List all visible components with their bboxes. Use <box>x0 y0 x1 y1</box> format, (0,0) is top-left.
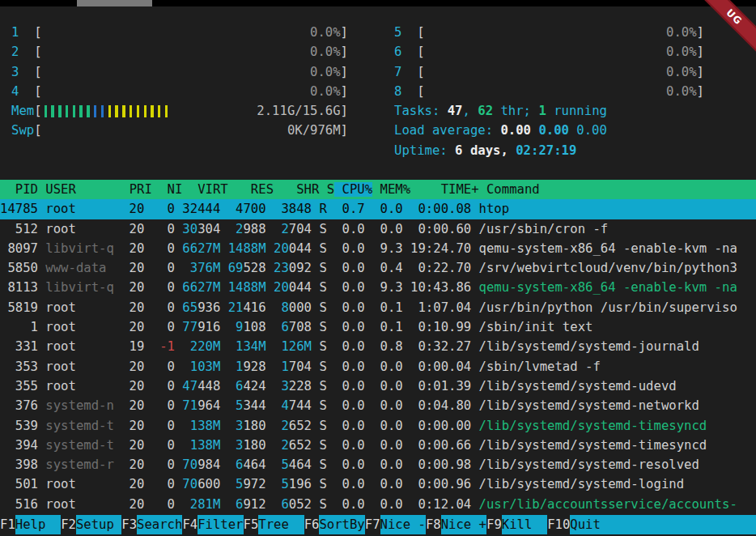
process-row[interactable]: 376 systemd-n 20 0 71964 5344 4744 S 0.0… <box>0 396 756 415</box>
process-row[interactable]: 1 root 20 0 77916 9108 6708 S 0.0 0.1 0:… <box>0 317 756 337</box>
col-shr-suffix: 704 <box>289 359 312 374</box>
column-header-pid[interactable]: PID <box>0 182 38 197</box>
col-shr-prefix: 20 <box>274 241 289 256</box>
col-mem: 0.0 <box>372 477 403 491</box>
col-user: root <box>45 320 121 334</box>
column-header-virt[interactable]: VIRT <box>190 182 228 197</box>
process-row[interactable]: 8113 libvirt-q 20 0 6627M 1488M 20044 S … <box>0 278 756 297</box>
process-row[interactable]: 398 systemd-r 20 0 70984 6464 5464 S 0.0… <box>0 455 756 474</box>
fnkey-label: F1 <box>0 515 15 534</box>
col-state: S <box>319 398 326 413</box>
process-row[interactable]: 5850 www-data 20 0 376M 69528 23092 S 0.… <box>0 258 756 278</box>
uptime-segment: 6 days, <box>455 143 516 158</box>
col-time: 0:00.00 <box>410 419 471 433</box>
col-mem: 0.0 <box>372 359 403 374</box>
col-shr-suffix: 052 <box>289 497 312 512</box>
col-ni: -1 <box>152 339 175 354</box>
fnkey-f6[interactable]: F6SortBy <box>304 515 365 534</box>
process-row[interactable]: 501 root 20 0 70600 5972 5196 S 0.0 0.0 … <box>0 474 756 494</box>
column-header-time[interactable]: TIME+ <box>418 182 478 197</box>
column-header-cmd[interactable]: Command <box>486 182 540 197</box>
column-header-cpu[interactable]: CPU% <box>334 182 372 197</box>
col-user: systemd-n <box>45 398 121 413</box>
process-row[interactable]: 539 systemd-t 20 0 138M 3180 2652 S 0.0 … <box>0 416 756 436</box>
fnkey-f9[interactable]: F9Kill <box>486 515 547 534</box>
col-ni: 0 <box>152 379 175 393</box>
col-cpu: 0.0 <box>334 457 365 472</box>
meter-bar-green <box>45 105 47 117</box>
process-row[interactable]: 394 systemd-t 20 0 138M 3180 2652 S 0.0 … <box>0 436 756 455</box>
col-pri: 20 <box>121 202 144 216</box>
col-ni: 0 <box>152 359 175 374</box>
col-pri: 20 <box>121 497 144 512</box>
meter-value: 0.0% <box>310 62 341 82</box>
process-row[interactable]: 353 root 20 0 103M 1928 1704 S 0.0 0.0 0… <box>0 357 756 376</box>
process-row[interactable]: 8097 libvirt-q 20 0 6627M 1488M 20044 S … <box>0 239 756 258</box>
fnkey-action: Kill <box>502 515 547 534</box>
meters-right-column: 5 [0.0%]6 [0.0%]7 [0.0%]8 [0.0%]Tasks: 4… <box>394 23 704 160</box>
meter-fill: 2.11G/15.6G <box>42 101 341 121</box>
fnkey-f5[interactable]: F5Tree <box>244 515 304 534</box>
column-header-ni[interactable]: NI <box>159 182 182 197</box>
column-header-pri[interactable]: PRI <box>130 182 152 197</box>
col-shr-prefix: 6 <box>274 497 289 512</box>
meter-open-bracket: [ <box>34 42 41 62</box>
col-pri: 20 <box>121 419 144 433</box>
fnkey-f8[interactable]: F8Nice + <box>426 515 486 534</box>
fnkey-label: F7 <box>365 515 380 534</box>
col-cpu: 0.0 <box>334 320 365 334</box>
fnkey-f2[interactable]: F2Setup <box>61 515 121 534</box>
col-res-prefix: 6 <box>228 379 244 393</box>
col-shr-suffix: 464 <box>289 457 312 472</box>
col-shr-prefix: 4 <box>274 398 289 413</box>
col-virt-prefix: 70 <box>182 477 197 491</box>
fnkey-f7[interactable]: F7Nice - <box>365 515 426 534</box>
col-shr-suffix: 044 <box>289 241 312 256</box>
col-pid: 501 <box>0 477 38 491</box>
col-res-prefix: 5 <box>228 398 244 413</box>
tasks-summary-segment: 47 <box>448 104 463 118</box>
col-time: 0:04.80 <box>410 398 471 413</box>
load-average-segment <box>531 123 538 138</box>
process-row[interactable]: 331 root 19 -1 220M 134M 126M S 0.0 0.8 … <box>0 337 756 356</box>
col-shr-suffix: 196 <box>289 477 312 491</box>
meter-value: 0.0% <box>310 82 341 101</box>
meter-close-bracket: ] <box>697 23 704 42</box>
col-command: /lib/systemd/systemd-resolved <box>479 457 699 472</box>
process-row[interactable]: 512 root 20 0 30304 2988 2704 S 0.0 0.0 … <box>0 219 756 239</box>
col-shr-prefix: 5 <box>274 477 289 491</box>
column-header-res[interactable]: RES <box>236 182 274 197</box>
column-header-s[interactable]: S <box>327 182 334 197</box>
process-row[interactable]: 355 root 20 0 47448 6424 3228 S 0.0 0.0 … <box>0 376 756 396</box>
tasks-summary: Tasks: 47, 62 thr; 1 running <box>394 101 704 121</box>
meter-bar-green <box>66 105 68 117</box>
column-header-mem[interactable]: MEM% <box>380 182 411 197</box>
col-virt: 138M <box>182 419 220 433</box>
col-virt-suffix: 916 <box>197 320 220 334</box>
col-res-prefix: 21 <box>228 300 244 315</box>
meter-label: Mem <box>11 101 34 121</box>
fnkey-f3[interactable]: F3Search <box>121 515 182 534</box>
col-mem: 0.0 <box>372 419 403 433</box>
col-state: S <box>319 457 326 472</box>
process-row[interactable]: 14785 root 20 0 32444 4700 3848 R 0.7 0.… <box>0 199 756 219</box>
process-row[interactable]: 5819 root 20 0 65936 21416 8000 S 0.0 0.… <box>0 298 756 317</box>
col-cpu: 0.0 <box>334 222 365 236</box>
column-header-shr[interactable]: SHR <box>281 182 319 197</box>
column-header-user[interactable]: USER <box>45 182 121 197</box>
col-time: 0:00.96 <box>410 477 471 491</box>
fnkey-label: F4 <box>182 515 197 534</box>
col-virt-prefix: 70 <box>182 457 197 472</box>
col-cpu: 0.0 <box>334 280 365 295</box>
fnkey-f1[interactable]: F1Help <box>0 515 61 534</box>
fnkey-label: F8 <box>426 515 441 534</box>
meter-value: 0.0% <box>310 42 341 62</box>
col-pid: 5819 <box>0 300 38 315</box>
process-row[interactable]: 516 root 20 0 281M 6912 6052 S 0.0 0.0 0… <box>0 495 756 514</box>
meter-open-bracket: [ <box>34 62 41 82</box>
fnkey-f4[interactable]: F4Filter <box>182 515 243 534</box>
col-user: systemd-t <box>45 419 121 433</box>
process-table: PID USER PRI NI VIRT RES SHR S CPU% MEM%… <box>0 180 756 514</box>
fnkey-f10[interactable]: F10Quit <box>547 515 756 534</box>
window-tab[interactable] <box>77 0 152 6</box>
